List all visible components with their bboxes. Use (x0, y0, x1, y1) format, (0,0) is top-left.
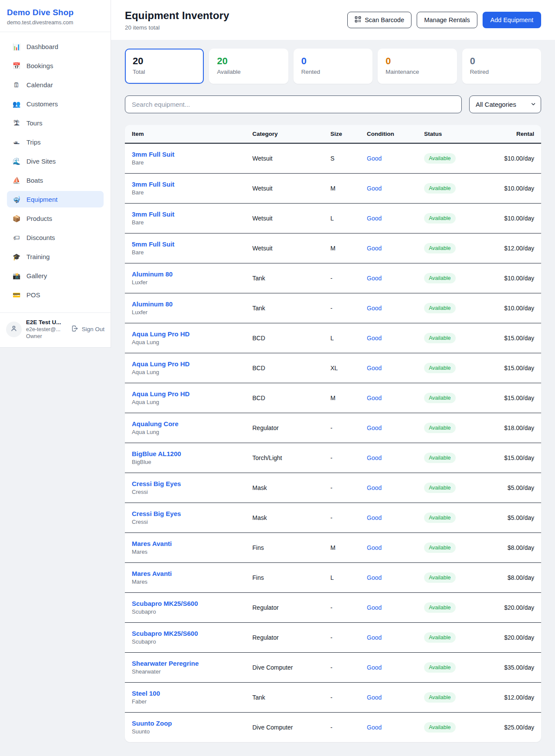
condition-link[interactable]: Good (367, 155, 382, 162)
cell-item: Aqua Lung Pro HDAqua Lung (125, 323, 245, 353)
condition-link[interactable]: Good (367, 185, 382, 192)
cell-item: 3mm Full SuitBare (125, 143, 245, 173)
condition-link[interactable]: Good (367, 394, 382, 401)
add-equipment-button[interactable]: Add Equipment (483, 12, 541, 28)
item-name-link[interactable]: Cressi Big Eyes (132, 510, 238, 517)
condition-link[interactable]: Good (367, 305, 382, 312)
stat-card-rented[interactable]: 0Rented (294, 49, 372, 84)
condition-link[interactable]: Good (367, 424, 382, 431)
sidebar: Demo Dive Shop demo.test.divestreams.com… (0, 0, 111, 348)
item-name-link[interactable]: Scubapro MK25/S600 (132, 600, 238, 607)
status-badge: Available (424, 183, 456, 194)
sidebar-item-bookings[interactable]: 📅Bookings (7, 57, 104, 74)
sidebar-item-calendar[interactable]: 🗓Calendar (7, 76, 104, 93)
item-name-link[interactable]: 3mm Full Suit (132, 210, 238, 218)
sign-out-label[interactable]: Sign Out (82, 326, 104, 332)
category-select[interactable]: All Categories (469, 95, 541, 113)
table-row: Scubapro MK25/S600ScubaproRegulator-Good… (125, 592, 541, 622)
cell-status: Available (417, 173, 483, 203)
calendar-date-icon: 📅 (12, 62, 21, 69)
item-name-link[interactable]: 3mm Full Suit (132, 181, 238, 188)
item-name-link[interactable]: 3mm Full Suit (132, 151, 238, 158)
cell-category: Wetsuit (245, 203, 323, 233)
item-name-link[interactable]: Aqua Lung Pro HD (132, 330, 238, 338)
sidebar-item-products[interactable]: 📦Products (7, 210, 104, 227)
sidebar-item-dashboard[interactable]: 📊Dashboard (7, 38, 104, 55)
item-name-link[interactable]: Scubapro MK25/S600 (132, 630, 238, 637)
item-name-link[interactable]: 5mm Full Suit (132, 240, 238, 248)
manage-rentals-button[interactable]: Manage Rentals (417, 12, 477, 28)
sidebar-item-tours[interactable]: 🏝Tours (7, 115, 104, 131)
condition-link[interactable]: Good (367, 365, 382, 371)
cell-category: Dive Computer (245, 712, 323, 742)
cell-status: Available (417, 622, 483, 652)
item-name-link[interactable]: Mares Avanti (132, 570, 238, 577)
status-badge: Available (424, 273, 456, 283)
item-name-link[interactable]: Aqua Lung Pro HD (132, 360, 238, 368)
condition-link[interactable]: Good (367, 634, 382, 641)
cell-category: BCD (245, 383, 323, 413)
cell-status: Available (417, 592, 483, 622)
item-name-link[interactable]: Shearwater Peregrine (132, 660, 238, 667)
condition-link[interactable]: Good (367, 275, 382, 282)
condition-link[interactable]: Good (367, 664, 382, 671)
condition-link[interactable]: Good (367, 245, 382, 252)
cell-item: Shearwater PeregrineShearwater (125, 652, 245, 682)
item-name-link[interactable]: Aqua Lung Pro HD (132, 390, 238, 398)
stat-card-maintenance[interactable]: 0Maintenance (378, 49, 457, 84)
item-name-link[interactable]: Suunto Zoop (132, 720, 238, 727)
search-input[interactable] (125, 95, 462, 113)
person-icon (10, 325, 18, 334)
condition-link[interactable]: Good (367, 514, 382, 521)
item-name-link[interactable]: Cressi Big Eyes (132, 480, 238, 487)
condition-link[interactable]: Good (367, 694, 382, 701)
item-name-link[interactable]: Steel 100 (132, 690, 238, 697)
sign-out-button[interactable]: Sign Out (72, 325, 104, 333)
condition-link[interactable]: Good (367, 574, 382, 581)
condition-link[interactable]: Good (367, 544, 382, 551)
sidebar-item-discounts[interactable]: 🏷Discounts (7, 229, 104, 246)
sidebar-item-gallery[interactable]: 📸Gallery (7, 267, 104, 284)
sidebar-item-dive-sites[interactable]: 🌊Dive Sites (7, 153, 104, 169)
cell-status: Available (417, 233, 483, 263)
condition-link[interactable]: Good (367, 215, 382, 222)
brand[interactable]: Demo Dive Shop demo.test.divestreams.com (0, 0, 111, 32)
item-brand: Shearwater (132, 668, 238, 675)
table-row: Aqua Lung Pro HDAqua LungBCDLGoodAvailab… (125, 323, 541, 353)
table-row: Mares AvantiMaresFinsLGoodAvailable$8.00… (125, 562, 541, 592)
sidebar-item-pos[interactable]: 💳POS (7, 286, 104, 303)
item-name-link[interactable]: Mares Avanti (132, 540, 238, 547)
condition-link[interactable]: Good (367, 724, 382, 731)
condition-link[interactable]: Good (367, 484, 382, 491)
cell-size: - (323, 622, 360, 652)
sidebar-item-boats[interactable]: ⛵Boats (7, 172, 104, 188)
stat-card-total[interactable]: 20Total (125, 49, 204, 84)
stat-card-available[interactable]: 20Available (209, 49, 288, 84)
cell-rental: $15.00/day (483, 353, 541, 383)
cell-category: BCD (245, 353, 323, 383)
package-icon: 📦 (12, 215, 21, 222)
cell-category: Wetsuit (245, 143, 323, 173)
brand-name[interactable]: Demo Dive Shop (7, 8, 104, 17)
item-name-link[interactable]: Aluminum 80 (132, 270, 238, 278)
cell-rental: $20.00/day (483, 622, 541, 652)
item-name-link[interactable]: Aluminum 80 (132, 300, 238, 308)
stat-value: 20 (133, 56, 196, 67)
condition-link[interactable]: Good (367, 454, 382, 461)
cell-condition: Good (360, 503, 417, 532)
content: 20Total20Available0Rented0Maintenance0Re… (111, 40, 555, 742)
sidebar-item-training[interactable]: 🎓Training (7, 248, 104, 265)
item-name-link[interactable]: BigBlue AL1200 (132, 450, 238, 457)
table-row: Aluminum 80LuxferTank-GoodAvailable$10.0… (125, 293, 541, 323)
status-badge: Available (424, 662, 456, 673)
cell-item: Mares AvantiMares (125, 532, 245, 562)
sidebar-item-equipment[interactable]: 🤿Equipment (7, 191, 104, 207)
stat-card-retired[interactable]: 0Retired (462, 49, 541, 84)
condition-link[interactable]: Good (367, 604, 382, 611)
sidebar-item-trips[interactable]: 🛥Trips (7, 134, 104, 150)
cell-condition: Good (360, 383, 417, 413)
condition-link[interactable]: Good (367, 335, 382, 342)
item-name-link[interactable]: Aqualung Core (132, 420, 238, 427)
scan-barcode-button[interactable]: Scan Barcode (347, 12, 411, 28)
sidebar-item-customers[interactable]: 👥Customers (7, 95, 104, 112)
